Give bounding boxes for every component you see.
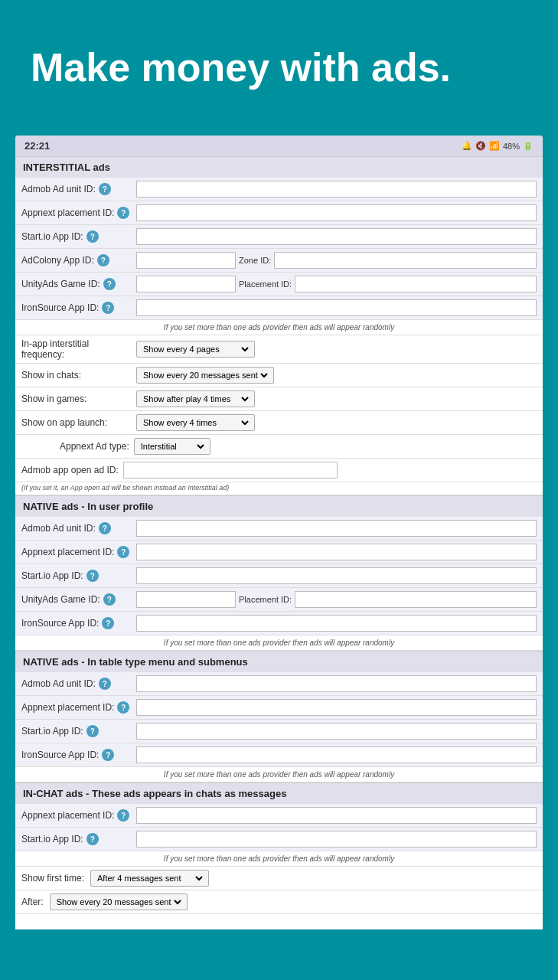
np-appnext-input[interactable] — [136, 544, 537, 560]
nm-appnext-label: Appnext placement ID: ? — [21, 701, 136, 714]
admob-open-row: Admob app open ad ID: — [15, 459, 543, 482]
nm-admob-help-icon[interactable]: ? — [99, 678, 111, 690]
phone-container: 22:21 🔔 🔇 📶 48% 🔋 INTERSTITIAL ads Admob… — [15, 136, 543, 929]
np-appnext-label: Appnext placement ID: ? — [21, 546, 136, 558]
unityads-gameid-input[interactable] — [136, 276, 236, 292]
native-menu-header: NATIVE ads - In table type menu and subm… — [15, 651, 543, 672]
status-icons: 🔔 🔇 📶 48% 🔋 — [462, 141, 534, 151]
adcolony-appid-input[interactable] — [136, 252, 236, 269]
show-on-launch-label: Show on app launch: — [21, 417, 136, 428]
np-unity-gameid-input[interactable] — [136, 591, 236, 608]
after-row: After: Show every 20 messages sent Show … — [15, 890, 543, 914]
inchat-note: If you set more than one ads provider th… — [15, 851, 543, 867]
nm-appnext-help-icon[interactable]: ? — [117, 701, 129, 714]
unityads-row: UnityAds Game ID: ? Placement ID: — [15, 273, 543, 296]
np-unity-row: UnityAds Game ID: ? Placement ID: — [15, 588, 543, 612]
ic-appnext-help-icon[interactable]: ? — [117, 809, 129, 822]
show-in-chats-label: Show in chats: — [21, 370, 136, 381]
nm-admob-input[interactable] — [136, 675, 537, 692]
np-placement-label: Placement ID: — [239, 595, 292, 604]
nm-startio-row: Start.io App ID: ? — [15, 720, 543, 743]
ironsource-input[interactable] — [136, 299, 537, 316]
nm-ironsource-help-icon[interactable]: ? — [102, 749, 114, 761]
frequency-label: In-app interstitialfrequency: — [21, 338, 136, 360]
adcolony-zoneid-input[interactable] — [274, 252, 537, 269]
np-unity-help-icon[interactable]: ? — [103, 593, 116, 606]
admob-adunit-help-icon[interactable]: ? — [99, 183, 111, 195]
show-first-dropdown[interactable]: After 4 messages sent After 2 messages s… — [90, 870, 209, 887]
np-appnext-row: Appnext placement ID: ? — [15, 541, 543, 564]
frequency-select[interactable]: Show every 4 pages Show every 2 pages Sh… — [140, 344, 251, 354]
after-dropdown[interactable]: Show every 20 messages sent Show every 1… — [50, 893, 188, 910]
ic-startio-row: Start.io App ID: ? — [15, 828, 543, 851]
show-first-label: Show first time: — [21, 873, 84, 884]
bottom-padding — [15, 914, 543, 929]
startio-appid-help-icon[interactable]: ? — [86, 230, 99, 243]
appnext-adtype-select[interactable]: Interstitial Banner Video — [138, 441, 207, 452]
after-label: After: — [21, 897, 44, 907]
np-appnext-help-icon[interactable]: ? — [117, 546, 129, 558]
nm-startio-help-icon[interactable]: ? — [86, 725, 99, 737]
startio-appid-input[interactable] — [136, 228, 537, 245]
appnext-adtype-dropdown[interactable]: Interstitial Banner Video — [134, 438, 210, 455]
np-ironsource-help-icon[interactable]: ? — [102, 617, 114, 629]
np-admob-input[interactable] — [136, 520, 537, 537]
adcolony-help-icon[interactable]: ? — [97, 254, 109, 266]
native-menu-note: If you set more than one ads provider th… — [15, 767, 543, 782]
interstitial-header: INTERSTITIAL ads — [15, 156, 543, 178]
nm-appnext-input[interactable] — [136, 699, 537, 716]
admob-open-note: (If you set it, an App open ad will be s… — [15, 482, 543, 495]
show-on-launch-dropdown[interactable]: Show every 4 times Show every 2 times Sh… — [136, 414, 255, 431]
np-startio-help-icon[interactable]: ? — [86, 570, 99, 582]
alarm-icon: 🔔 — [462, 141, 472, 151]
battery-text: 48% — [503, 142, 520, 151]
nm-appnext-row: Appnext placement ID: ? — [15, 696, 543, 720]
np-admob-row: Admob Ad unit ID: ? — [15, 517, 543, 541]
np-placementid-input[interactable] — [295, 591, 537, 608]
nm-ironsource-row: IronSource App ID: ? — [15, 743, 543, 767]
show-in-chats-dropdown[interactable]: Show every 20 messages sent Show every 1… — [136, 367, 274, 384]
signal-icon: 📶 — [489, 141, 500, 151]
appnext-adtype-label: Appnext Ad type: — [60, 441, 129, 452]
adcolony-row: AdColony App ID: ? Zone ID: — [15, 249, 543, 273]
after-select[interactable]: Show every 20 messages sent Show every 1… — [54, 897, 184, 907]
np-ironsource-input[interactable] — [136, 615, 537, 632]
nm-startio-input[interactable] — [136, 723, 537, 740]
np-ironsource-label: IronSource App ID: ? — [21, 617, 136, 629]
nm-admob-row: Admob Ad unit ID: ? — [15, 672, 543, 696]
startio-appid-label: Start.io App ID: ? — [21, 230, 136, 243]
admob-open-input[interactable] — [123, 462, 338, 479]
interstitial-note: If you set more than one ads provider th… — [15, 320, 543, 335]
unityads-placementid-input[interactable] — [295, 276, 537, 292]
show-first-select[interactable]: After 4 messages sent After 2 messages s… — [94, 873, 205, 884]
np-startio-row: Start.io App ID: ? — [15, 564, 543, 588]
ic-startio-help-icon[interactable]: ? — [86, 833, 99, 845]
show-in-games-dropdown[interactable]: Show after play 4 times Show after play … — [136, 390, 255, 407]
status-bar: 22:21 🔔 🔇 📶 48% 🔋 — [15, 136, 543, 156]
appnext-placement-input[interactable] — [136, 204, 537, 221]
nm-ironsource-input[interactable] — [136, 746, 537, 763]
np-startio-label: Start.io App ID: ? — [21, 570, 136, 582]
admob-adunit-row: Admob Ad unit ID: ? — [15, 178, 543, 201]
hero-title: Make money with ads. — [31, 46, 527, 90]
admob-adunit-input[interactable] — [136, 181, 537, 198]
appnext-adtype-row: Appnext Ad type: Interstitial Banner Vid… — [15, 435, 543, 459]
unityads-help-icon[interactable]: ? — [103, 278, 116, 290]
show-on-launch-select[interactable]: Show every 4 times Show every 2 times Sh… — [140, 417, 251, 428]
startio-appid-row: Start.io App ID: ? — [15, 225, 543, 249]
np-admob-label: Admob Ad unit ID: ? — [21, 522, 136, 534]
placement-id-label: Placement ID: — [239, 279, 292, 289]
np-startio-input[interactable] — [136, 567, 537, 584]
appnext-placement-help-icon[interactable]: ? — [117, 207, 129, 219]
ironsource-help-icon[interactable]: ? — [102, 302, 114, 314]
np-admob-help-icon[interactable]: ? — [99, 522, 111, 534]
ic-startio-input[interactable] — [136, 831, 537, 848]
frequency-dropdown[interactable]: Show every 4 pages Show every 2 pages Sh… — [136, 341, 255, 358]
show-first-row: Show first time: After 4 messages sent A… — [15, 867, 543, 890]
show-in-games-select[interactable]: Show after play 4 times Show after play … — [140, 394, 251, 404]
ic-appnext-input[interactable] — [136, 807, 537, 824]
ironsource-row: IronSource App ID: ? — [15, 296, 543, 320]
show-in-chats-select[interactable]: Show every 20 messages sent Show every 1… — [140, 370, 270, 381]
nm-startio-label: Start.io App ID: ? — [21, 725, 136, 737]
unityads-label: UnityAds Game ID: ? — [21, 278, 136, 290]
